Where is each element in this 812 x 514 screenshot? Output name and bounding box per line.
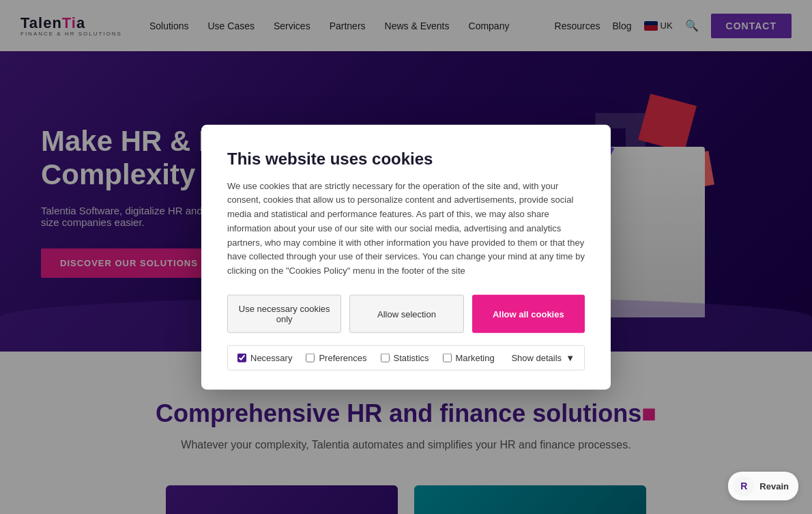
option-statistics-label: Statistics bbox=[394, 353, 429, 363]
option-necessary-label: Necessary bbox=[250, 353, 292, 363]
option-preferences-label: Preferences bbox=[319, 353, 366, 363]
checkbox-necessary[interactable] bbox=[237, 354, 246, 362]
chevron-down-icon: ▼ bbox=[566, 353, 575, 363]
use-necessary-cookies-button[interactable]: Use necessary cookies only bbox=[227, 295, 341, 333]
checkbox-statistics[interactable] bbox=[381, 354, 390, 362]
checkbox-preferences[interactable] bbox=[306, 354, 315, 362]
option-marketing[interactable]: Marketing bbox=[443, 353, 495, 363]
cookie-options-row: Necessary Preferences Statistics Marketi… bbox=[227, 345, 585, 371]
revain-label: Revain bbox=[759, 481, 789, 491]
option-preferences[interactable]: Preferences bbox=[306, 353, 366, 363]
revain-icon: R bbox=[734, 476, 754, 496]
show-details-button[interactable]: Show details ▼ bbox=[511, 353, 575, 363]
cookie-buttons-row: Use necessary cookies only Allow selecti… bbox=[227, 295, 585, 333]
show-details-label: Show details bbox=[511, 353, 562, 363]
cookie-modal-body: We use cookies that are strictly necessa… bbox=[227, 179, 585, 279]
allow-all-cookies-button[interactable]: Allow all cookies bbox=[472, 295, 585, 333]
cookie-modal: This website uses cookies We use cookies… bbox=[201, 124, 611, 390]
option-statistics[interactable]: Statistics bbox=[381, 353, 429, 363]
checkbox-marketing[interactable] bbox=[443, 354, 452, 362]
cookie-modal-title: This website uses cookies bbox=[227, 149, 585, 168]
option-marketing-label: Marketing bbox=[456, 353, 495, 363]
revain-badge[interactable]: R Revain bbox=[728, 472, 798, 500]
option-necessary[interactable]: Necessary bbox=[237, 353, 292, 363]
allow-selection-button[interactable]: Allow selection bbox=[349, 295, 463, 333]
